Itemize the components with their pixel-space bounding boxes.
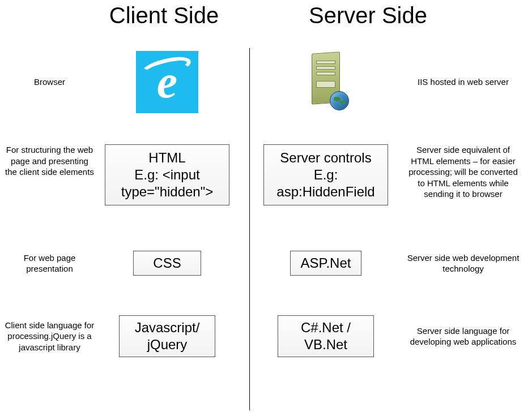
css-desc: For web page presentation (0, 252, 99, 275)
html-box: HTML E.g: <input type="hidden"> (105, 144, 229, 205)
html-desc: For structuring the web page and present… (0, 144, 99, 178)
row-markup: For structuring the web page and present… (0, 144, 532, 205)
aspnet-desc: Server side web development technology (402, 252, 524, 275)
csharp-vbnet-box: C#.Net / VB.Net (278, 315, 374, 357)
server-side-header: Server Side (289, 3, 448, 28)
row-presentation: For web page presentation CSS ASP.Net Se… (0, 251, 532, 276)
server-controls-box: Server controls E.g: asp:HiddenField (263, 144, 388, 205)
server-controls-desc: Server side equivalent of HTML elements … (402, 144, 524, 200)
vertical-divider (249, 48, 250, 410)
server-lang-desc: Server side language for developing web … (402, 325, 524, 348)
css-box: CSS (133, 251, 201, 276)
js-desc: Client side language for processing.jQue… (0, 320, 99, 353)
iis-label: IIS hosted in web server (402, 76, 524, 88)
row-language: Client side language for processing.jQue… (0, 315, 532, 357)
client-side-header: Client Side (85, 3, 244, 28)
ie-browser-icon: e (136, 51, 198, 113)
browser-label: Browser (0, 76, 99, 88)
column-headers: Client Side Server Side (0, 0, 532, 28)
row-browser: Browser e IIS hosted in web server (0, 51, 532, 113)
aspnet-box: ASP.Net (290, 251, 362, 276)
web-server-icon (306, 53, 346, 109)
javascript-box: Javascript/ jQuery (119, 315, 215, 357)
